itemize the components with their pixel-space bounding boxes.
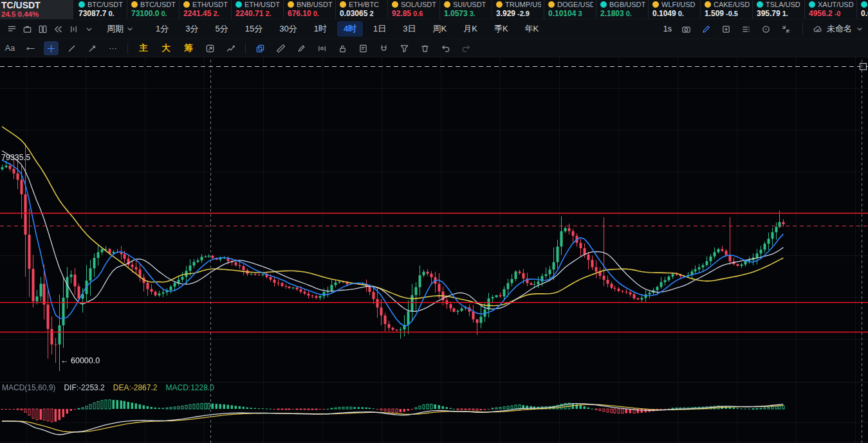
ticker-item[interactable]: SOL/USDT92.850.6 bbox=[387, 0, 439, 19]
rewind-icon[interactable] bbox=[50, 21, 66, 37]
coin-icon bbox=[548, 1, 555, 8]
candlestick-chart-canvas[interactable] bbox=[0, 57, 868, 443]
note-icon[interactable] bbox=[356, 41, 371, 55]
coin-icon bbox=[392, 1, 398, 8]
ticker-item[interactable]: CAKE/USD1.509-0.5 bbox=[700, 0, 752, 19]
list-settings-icon[interactable] bbox=[738, 21, 753, 37]
ticker-item[interactable]: XAUT/USD4956.2-0 bbox=[804, 0, 856, 19]
ticker-item[interactable]: TRUMP/US3.929-2.9 bbox=[492, 0, 544, 19]
timeframe-30分[interactable]: 30分 bbox=[273, 21, 303, 37]
timeframe-季K[interactable]: 季K bbox=[488, 21, 515, 37]
timeframe-年K[interactable]: 年K bbox=[519, 21, 546, 37]
resolution-label[interactable]: 1s bbox=[663, 24, 672, 33]
ticker-symbol: DOGE/USD bbox=[557, 1, 593, 8]
period-dropdown[interactable]: 周期 bbox=[107, 21, 135, 37]
ticker-price: 73100.00. bbox=[131, 9, 176, 18]
equalizer-icon[interactable] bbox=[66, 21, 81, 37]
lock-icon[interactable] bbox=[335, 41, 350, 55]
ticker-item[interactable]: BTC/USDT73087.70. bbox=[75, 0, 127, 19]
chips-indicator-button[interactable]: 筹 bbox=[180, 41, 197, 55]
polyline-icon[interactable] bbox=[223, 41, 238, 55]
active-symbol-panel[interactable]: TC/USDT 24.5 0.44% bbox=[0, 0, 73, 19]
text-tool[interactable]: Aa bbox=[3, 41, 17, 55]
ticker-symbol: CAKE/USD bbox=[714, 1, 750, 8]
ticker-item[interactable]: BTC/USDT73100.00. bbox=[127, 0, 179, 19]
timeframe-1时[interactable]: 1时 bbox=[308, 21, 333, 37]
ticker-symbol: WLFI/USD bbox=[661, 1, 696, 8]
line-icon[interactable] bbox=[64, 41, 79, 55]
replay-icon[interactable] bbox=[203, 41, 217, 55]
chevron-down-icon bbox=[855, 21, 864, 37]
briefcase-icon[interactable] bbox=[19, 21, 35, 37]
chart-area: 79335.5 ← 60000.0 MACD(15,60,9) DIF:-225… bbox=[0, 57, 868, 443]
camera-icon[interactable] bbox=[678, 21, 694, 37]
coin-icon bbox=[444, 1, 450, 8]
ticker-symbol: ETH/USDT bbox=[245, 1, 280, 8]
timeframe-15分[interactable]: 15分 bbox=[239, 21, 269, 37]
coin-icon bbox=[78, 1, 85, 8]
chevron-down-icon bbox=[125, 21, 135, 37]
frame-add-icon[interactable] bbox=[718, 21, 734, 37]
hray-icon[interactable] bbox=[23, 41, 38, 55]
marker-icon[interactable] bbox=[294, 41, 309, 55]
ticker-price: 676.100. bbox=[288, 9, 333, 18]
main-indicator-button[interactable]: 主 bbox=[135, 41, 152, 55]
cloud-check-icon bbox=[812, 21, 824, 37]
ruler-icon[interactable] bbox=[273, 41, 288, 55]
timeframe-4时[interactable]: 4时 bbox=[337, 21, 363, 37]
ticker-symbol: ETH/BTC bbox=[349, 1, 379, 8]
ticker-price: 92.850.6 bbox=[392, 9, 437, 18]
timeframe-月K[interactable]: 月K bbox=[457, 21, 484, 37]
ticker-price: 1.05733. bbox=[444, 9, 489, 18]
timeframe-tabs: 1分3分5分15分30分1时4时1日3日周K月K季K年K bbox=[149, 21, 545, 37]
ticker-item[interactable]: ETH/USDT2241.452. bbox=[179, 0, 231, 19]
ticker-symbol: TSLA/USD bbox=[766, 1, 800, 8]
more-icon[interactable] bbox=[106, 41, 120, 55]
crosshair-icon[interactable] bbox=[44, 41, 59, 55]
layout-name-label: 未命名 bbox=[827, 23, 852, 35]
timeframe-3日[interactable]: 3日 bbox=[396, 21, 422, 37]
ticker-symbol: ETH/USDT bbox=[192, 1, 228, 8]
drawing-toolbar: Aa主大筹 bbox=[0, 40, 868, 57]
timeframe-1分[interactable]: 1分 bbox=[149, 21, 175, 37]
undo-icon[interactable] bbox=[438, 41, 453, 55]
watchlist-icon[interactable] bbox=[4, 21, 19, 37]
ticker-price: 2241.452. bbox=[183, 9, 228, 18]
divider bbox=[245, 43, 246, 53]
ticker-symbol: BGB/USDT bbox=[609, 1, 645, 8]
pattern-icon[interactable] bbox=[315, 41, 329, 55]
timeframe-1日[interactable]: 1日 bbox=[367, 21, 392, 37]
ticker-item[interactable]: BTC/USDC0.0 bbox=[856, 0, 868, 19]
ticker-item[interactable]: ETH/BTC0.030652 bbox=[335, 0, 387, 19]
ticker-list: BTC/USDT73087.70.BTC/USDT73100.00.ETH/US… bbox=[75, 0, 868, 19]
ticker-item[interactable]: TSLA/USD395.791. bbox=[752, 0, 804, 19]
copy-icon[interactable] bbox=[253, 41, 268, 55]
collapse-icon[interactable] bbox=[778, 21, 793, 37]
redo-icon[interactable] bbox=[459, 41, 474, 55]
ticker-item[interactable]: BNB/USDT676.100. bbox=[283, 0, 335, 19]
coin-icon bbox=[861, 1, 867, 8]
timeframe-周K[interactable]: 周K bbox=[427, 21, 454, 37]
pencil-icon[interactable] bbox=[698, 21, 714, 37]
ticker-item[interactable]: WLFI/USD0.10490. bbox=[648, 0, 700, 19]
trash-icon[interactable] bbox=[418, 41, 432, 55]
ticker-item[interactable]: SUI/USDT1.05733. bbox=[439, 0, 492, 19]
target-icon[interactable] bbox=[758, 21, 773, 37]
ticker-item[interactable]: DOGE/USD0.101043 bbox=[544, 0, 596, 19]
ticker-price: 0.030652 bbox=[340, 9, 385, 18]
coin-icon bbox=[235, 1, 242, 8]
ticker-price: 2240.712. bbox=[235, 9, 281, 18]
ticker-item[interactable]: ETH/USDT2240.712. bbox=[231, 0, 283, 19]
ticker-item[interactable]: BGB/USDT2.18030. bbox=[596, 0, 648, 19]
magnet-icon[interactable] bbox=[376, 41, 391, 55]
ticker-symbol: BNB/USDT bbox=[297, 1, 333, 8]
timeframe-5分[interactable]: 5分 bbox=[208, 21, 234, 37]
active-symbol-change: 24.5 0.44% bbox=[1, 10, 73, 18]
chevron-down-icon[interactable] bbox=[81, 21, 97, 37]
large-view-button[interactable]: 大 bbox=[158, 41, 174, 55]
arrowline-icon[interactable] bbox=[85, 41, 100, 55]
layout-icon[interactable] bbox=[35, 21, 50, 37]
timeframe-3分[interactable]: 3分 bbox=[179, 21, 205, 37]
layout-save-button[interactable]: 未命名 bbox=[812, 21, 864, 37]
funnel-icon[interactable] bbox=[397, 41, 412, 55]
